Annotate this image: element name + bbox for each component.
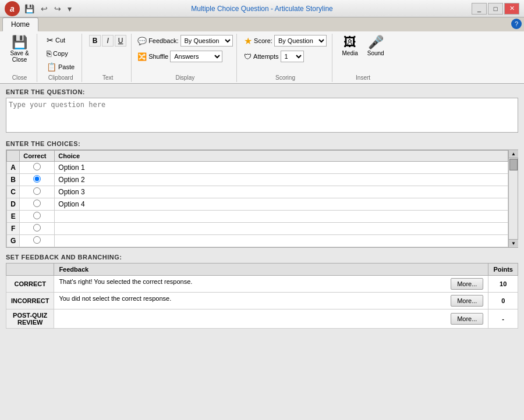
choice-text: Option 3: [55, 186, 508, 198]
correct-radio[interactable]: [33, 236, 41, 244]
row-label: B: [7, 174, 20, 186]
underline-button[interactable]: U: [115, 35, 126, 47]
maximize-button[interactable]: □: [488, 3, 503, 15]
choices-header-empty: [7, 151, 20, 162]
scroll-up-arrow[interactable]: ▲: [509, 150, 518, 158]
table-row: G: [7, 235, 508, 247]
question-input[interactable]: [6, 98, 518, 133]
choices-header-choice: Choice: [55, 151, 508, 162]
feedback-col-points: Points: [488, 264, 518, 276]
choices-scrollbar[interactable]: ▲ ▼: [508, 150, 518, 247]
correct-radio[interactable]: [33, 212, 41, 219]
correct-radio-cell[interactable]: [20, 223, 55, 235]
feedback-col-feedback: Feedback: [54, 264, 488, 276]
correct-radio-cell[interactable]: [20, 235, 55, 247]
row-label: A: [7, 162, 20, 174]
choices-header-correct: Correct: [20, 151, 55, 162]
row-label: C: [7, 186, 20, 198]
shuffle-icon: 🔀: [137, 52, 147, 61]
attempts-select[interactable]: 1: [281, 51, 304, 62]
list-item: INCORRECTYou did not select the correct …: [6, 293, 518, 309]
correct-radio[interactable]: [33, 175, 41, 183]
italic-button[interactable]: I: [102, 35, 114, 47]
dropdown-icon[interactable]: ▾: [65, 3, 74, 15]
scroll-thumb[interactable]: [509, 159, 518, 170]
feedback-label: Feedback:: [148, 37, 178, 44]
help-button[interactable]: ?: [511, 19, 522, 29]
feedback-row-label: POST-QUIZ REVIEW: [6, 309, 54, 329]
text-label: Text: [102, 74, 113, 81]
row-label: F: [7, 223, 20, 235]
question-section-label: ENTER THE QUESTION:: [6, 88, 518, 95]
correct-radio[interactable]: [33, 224, 41, 232]
feedback-text: You did not select the correct response.…: [54, 293, 488, 309]
more-button[interactable]: More...: [451, 295, 483, 307]
copy-button[interactable]: ⎘ Copy: [43, 47, 78, 60]
row-label: E: [7, 211, 20, 223]
cut-icon: ✂: [47, 35, 54, 45]
save-icon[interactable]: 💾: [22, 3, 37, 15]
sound-button[interactable]: 🎤 Sound: [363, 34, 388, 59]
correct-radio-cell[interactable]: [20, 162, 55, 174]
ribbon-group-display: 💬 Feedback: By Question 🔀 Shuffle Answer…: [134, 34, 236, 82]
redo-icon[interactable]: ↪: [52, 3, 63, 15]
row-label: G: [7, 235, 20, 247]
ribbon-group-scoring: ★ Score: By Question 🛡 Attempts 1 Scorin…: [239, 34, 332, 82]
close-label: Close: [12, 74, 27, 81]
feedback-icon: 💬: [137, 37, 147, 45]
feedback-section: SET FEEDBACK AND BRANCHING: Feedback Poi…: [6, 254, 518, 329]
close-button[interactable]: ✕: [504, 3, 519, 15]
window-controls: _ □ ✕: [472, 3, 519, 15]
more-button[interactable]: More...: [451, 278, 483, 290]
table-row: AOption 1: [7, 162, 508, 174]
correct-radio[interactable]: [33, 187, 41, 195]
title-bar: a 💾 ↩ ↪ ▾ Multiple Choice Question - Art…: [0, 0, 524, 17]
choices-section-label: ENTER THE CHOICES:: [6, 140, 518, 147]
save-close-button[interactable]: 💾 Save &Close: [6, 34, 33, 65]
points-value: -: [488, 309, 518, 329]
sound-icon: 🎤: [368, 36, 384, 49]
window-title: Multiple Choice Question - Articulate St…: [191, 5, 332, 13]
correct-radio-cell[interactable]: [20, 198, 55, 211]
ribbon-tabs: Home ?: [0, 17, 524, 31]
feedback-row-label: CORRECT: [6, 276, 54, 293]
copy-icon: ⎘: [47, 49, 51, 58]
points-value: 10: [488, 276, 518, 293]
paste-button[interactable]: 📋 Paste: [43, 60, 78, 73]
feedback-col-empty: [6, 264, 54, 276]
media-label: Media: [342, 50, 358, 56]
choice-text: Option 4: [55, 198, 508, 211]
table-row: F: [7, 223, 508, 235]
correct-radio[interactable]: [33, 163, 41, 170]
correct-radio-cell[interactable]: [20, 174, 55, 186]
choices-section: ENTER THE CHOICES: Correct Choice AOptio…: [6, 140, 518, 248]
cut-button[interactable]: ✂ Cut: [43, 34, 78, 47]
minimize-button[interactable]: _: [472, 3, 487, 15]
choice-text: Option 1: [55, 162, 508, 174]
paste-icon: 📋: [47, 62, 56, 72]
correct-radio-cell[interactable]: [20, 211, 55, 223]
media-button[interactable]: 🖼 Media: [338, 34, 362, 59]
scroll-down-arrow[interactable]: ▼: [509, 239, 518, 247]
choice-text: [55, 223, 508, 235]
correct-radio[interactable]: [33, 200, 41, 207]
points-value: 0: [488, 293, 518, 309]
score-select[interactable]: By Question: [274, 35, 327, 47]
display-label: Display: [175, 74, 194, 81]
score-label: Score:: [254, 37, 272, 44]
table-row: DOption 4: [7, 198, 508, 211]
bold-button[interactable]: B: [89, 35, 101, 47]
attempts-label: Attempts: [253, 53, 278, 60]
tab-home[interactable]: Home: [2, 17, 38, 31]
app-logo: a: [5, 1, 20, 16]
more-button[interactable]: More...: [451, 313, 483, 325]
score-icon: ★: [244, 35, 252, 47]
save-close-icon: 💾: [12, 36, 27, 49]
correct-radio-cell[interactable]: [20, 186, 55, 198]
undo-icon[interactable]: ↩: [38, 3, 50, 15]
feedback-section-label: SET FEEDBACK AND BRANCHING:: [6, 254, 518, 261]
ribbon-group-close: 💾 Save &Close Save & Close Close: [2, 34, 37, 82]
feedback-select[interactable]: By Question: [180, 35, 233, 47]
save-close-label: Save &Close: [10, 50, 29, 63]
shuffle-select[interactable]: Answers: [170, 51, 222, 62]
